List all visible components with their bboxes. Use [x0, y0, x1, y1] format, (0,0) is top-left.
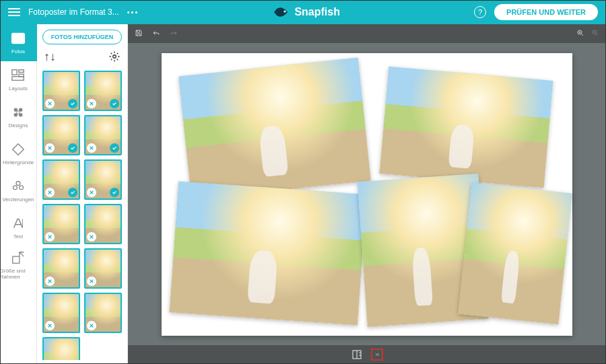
sidebar-item-layouts[interactable]: Layouts — [0, 61, 37, 98]
diamond-icon — [11, 142, 26, 157]
check-icon[interactable] — [68, 143, 77, 153]
sidebar-item-hintergruende[interactable]: Hintergründe — [0, 135, 37, 172]
photo-thumbnail[interactable] — [42, 337, 80, 360]
collage-photo[interactable] — [170, 181, 367, 325]
sort-icon[interactable]: ↑↓ — [44, 50, 56, 64]
brand-label: Snapfish — [294, 6, 340, 18]
photo-thumbnail[interactable] — [42, 159, 80, 200]
sidebar-item-groesse[interactable]: Größe und Rahmen — [0, 246, 37, 283]
remove-icon[interactable] — [87, 143, 96, 153]
check-icon[interactable] — [110, 143, 119, 153]
topbar: Fotoposter im Format 3... ••• Snapfish ?… — [0, 0, 606, 24]
undo-icon[interactable] — [152, 29, 160, 38]
collage-photo[interactable] — [458, 182, 572, 324]
photo-thumbnail[interactable] — [84, 71, 122, 111]
remove-icon[interactable] — [45, 188, 55, 197]
check-icon[interactable] — [68, 99, 77, 108]
redo-icon[interactable] — [170, 29, 178, 38]
sidebar-item-designs[interactable]: Designs — [0, 98, 37, 135]
svg-rect-3 — [12, 70, 17, 75]
more-icon[interactable]: ••• — [127, 8, 139, 16]
thumbnail-grid — [42, 71, 122, 360]
canvas-area — [128, 24, 606, 364]
svg-line-19 — [582, 34, 584, 36]
remove-icon[interactable] — [45, 277, 55, 286]
panel-tools: ↑↓ — [44, 50, 121, 64]
svg-point-0 — [284, 10, 286, 12]
brand-fish-icon — [273, 7, 290, 17]
photo-thumbnail[interactable] — [42, 115, 80, 155]
remove-icon[interactable] — [87, 232, 96, 242]
text-icon — [11, 216, 26, 231]
remove-icon[interactable] — [45, 321, 55, 330]
sidebar-item-fotos[interactable]: Fotos — [0, 24, 37, 61]
photo-thumbnail[interactable] — [84, 204, 122, 244]
check-icon[interactable] — [110, 99, 119, 108]
remove-icon[interactable] — [45, 232, 55, 242]
page-layout-icon[interactable] — [351, 349, 363, 361]
image-icon — [11, 31, 26, 46]
svg-point-11 — [17, 111, 20, 114]
gear-icon[interactable] — [108, 50, 121, 64]
svg-rect-16 — [13, 256, 20, 263]
flower-icon — [11, 105, 26, 120]
check-icon[interactable] — [68, 188, 77, 197]
photo-panel: FOTOS HINZUFÜGEN ↑↓ — [37, 24, 128, 364]
photo-thumbnail[interactable] — [42, 204, 80, 244]
photo-thumbnail[interactable] — [84, 293, 122, 333]
rail-label: Fotos — [11, 48, 25, 54]
editor-toolbar — [128, 24, 606, 43]
svg-point-12 — [16, 181, 20, 185]
svg-point-14 — [20, 186, 24, 190]
rail-label: Text — [13, 233, 24, 240]
review-and-continue-button[interactable]: PRÜFEN UND WEITER — [494, 4, 598, 20]
clover-icon — [11, 179, 26, 194]
photo-thumbnail[interactable] — [42, 248, 80, 289]
svg-line-23 — [597, 34, 599, 36]
svg-rect-4 — [19, 70, 24, 73]
help-icon[interactable]: ? — [474, 6, 486, 18]
photo-thumbnail[interactable] — [84, 115, 122, 155]
resize-icon — [11, 250, 26, 265]
save-icon[interactable] — [135, 29, 143, 38]
canvas-viewport[interactable] — [128, 43, 606, 345]
poster-page[interactable] — [162, 53, 572, 336]
layouts-icon — [11, 68, 26, 83]
add-photos-button[interactable]: FOTOS HINZUFÜGEN — [42, 30, 122, 44]
remove-icon[interactable] — [45, 143, 55, 153]
rail-label: Größe und Rahmen — [0, 268, 37, 280]
photo-thumbnail[interactable] — [84, 248, 122, 289]
remove-icon[interactable] — [87, 99, 96, 108]
menu-icon[interactable] — [8, 8, 20, 16]
collage-photo[interactable] — [379, 66, 553, 188]
shuffle-icon[interactable] — [371, 349, 383, 361]
photo-thumbnail[interactable] — [84, 159, 122, 200]
zoom-out-icon[interactable] — [591, 29, 599, 38]
remove-icon[interactable] — [87, 277, 96, 286]
remove-icon[interactable] — [45, 99, 55, 108]
rail-label: Verzierungen — [2, 196, 34, 203]
collage-photo[interactable] — [178, 57, 371, 199]
zoom-controls — [576, 29, 599, 38]
photo-thumbnail[interactable] — [42, 71, 80, 111]
sidebar-item-verzierungen[interactable]: Verzierungen — [0, 172, 37, 209]
svg-rect-6 — [12, 77, 24, 81]
brand: Snapfish — [147, 6, 466, 18]
remove-icon[interactable] — [87, 188, 96, 197]
rail-label: Layouts — [9, 85, 28, 92]
rail-label: Hintergründe — [3, 159, 34, 166]
svg-point-13 — [13, 186, 17, 190]
sidebar-item-text[interactable]: Text — [0, 209, 37, 246]
left-rail: Fotos Layouts Designs Hintergründe Verzi… — [0, 24, 37, 364]
document-title[interactable]: Fotoposter im Format 3... — [28, 7, 119, 17]
rail-label: Designs — [9, 122, 28, 129]
svg-point-17 — [113, 54, 116, 58]
photo-thumbnail[interactable] — [42, 293, 80, 333]
check-icon[interactable] — [110, 188, 119, 197]
remove-icon[interactable] — [87, 321, 96, 330]
bottom-toolbar — [128, 345, 606, 364]
zoom-in-icon[interactable] — [576, 29, 584, 38]
